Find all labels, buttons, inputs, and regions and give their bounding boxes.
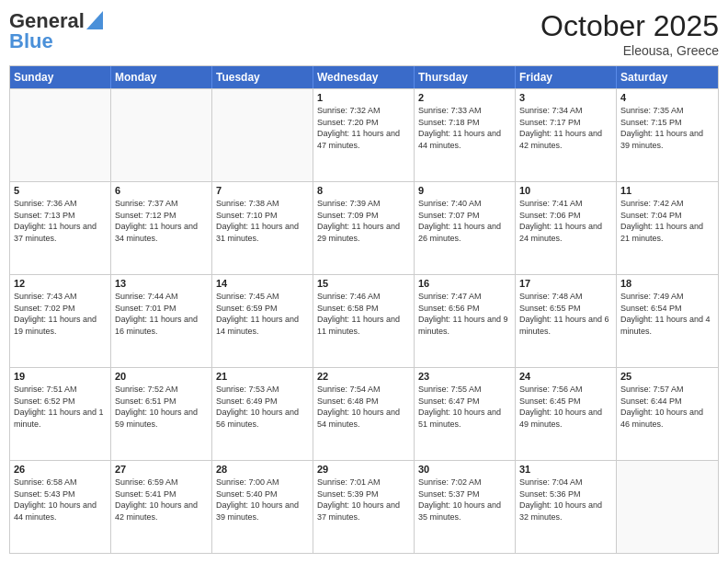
day-cell-18: 18Sunrise: 7:49 AM Sunset: 6:54 PM Dayli…	[617, 275, 718, 367]
day-info: Sunrise: 7:53 AM Sunset: 6:49 PM Dayligh…	[216, 384, 309, 430]
day-number: 21	[216, 371, 309, 382]
day-cell-25: 25Sunrise: 7:57 AM Sunset: 6:44 PM Dayli…	[617, 368, 718, 460]
day-cell-9: 9Sunrise: 7:40 AM Sunset: 7:07 PM Daylig…	[415, 182, 516, 274]
logo-blue: Blue	[9, 29, 53, 53]
day-number: 23	[418, 371, 511, 382]
day-number: 11	[620, 185, 714, 196]
day-cell-6: 6Sunrise: 7:37 AM Sunset: 7:12 PM Daylig…	[111, 182, 212, 274]
day-info: Sunrise: 7:57 AM Sunset: 6:44 PM Dayligh…	[620, 384, 714, 430]
day-number: 18	[620, 278, 714, 289]
day-cell-30: 30Sunrise: 7:02 AM Sunset: 5:37 PM Dayli…	[415, 461, 516, 553]
day-number: 19	[14, 371, 107, 382]
day-number: 12	[14, 278, 107, 289]
day-number: 3	[519, 92, 612, 103]
day-cell-17: 17Sunrise: 7:48 AM Sunset: 6:55 PM Dayli…	[516, 275, 617, 367]
week-row-3: 12Sunrise: 7:43 AM Sunset: 7:02 PM Dayli…	[10, 274, 718, 367]
day-info: Sunrise: 7:41 AM Sunset: 7:06 PM Dayligh…	[519, 198, 612, 244]
day-info: Sunrise: 7:32 AM Sunset: 7:20 PM Dayligh…	[317, 105, 410, 151]
header-day-wednesday: Wednesday	[313, 66, 415, 88]
day-number: 2	[418, 92, 511, 103]
day-info: Sunrise: 7:34 AM Sunset: 7:17 PM Dayligh…	[519, 105, 612, 151]
month-title: October 2025	[540, 9, 719, 43]
day-number: 8	[317, 185, 410, 196]
day-cell-26: 26Sunrise: 6:58 AM Sunset: 5:43 PM Dayli…	[10, 461, 111, 553]
day-info: Sunrise: 7:02 AM Sunset: 5:37 PM Dayligh…	[418, 477, 511, 523]
day-number: 26	[14, 464, 107, 475]
day-info: Sunrise: 7:48 AM Sunset: 6:55 PM Dayligh…	[519, 291, 612, 337]
logo: General Blue	[9, 9, 103, 53]
day-number: 9	[418, 185, 511, 196]
day-number: 6	[115, 185, 208, 196]
day-cell-13: 13Sunrise: 7:44 AM Sunset: 7:01 PM Dayli…	[111, 275, 212, 367]
day-info: Sunrise: 7:49 AM Sunset: 6:54 PM Dayligh…	[620, 291, 714, 337]
day-info: Sunrise: 7:55 AM Sunset: 6:47 PM Dayligh…	[418, 384, 511, 430]
day-cell-15: 15Sunrise: 7:46 AM Sunset: 6:58 PM Dayli…	[313, 275, 415, 367]
day-number: 28	[216, 464, 309, 475]
day-number: 29	[317, 464, 410, 475]
day-number: 1	[317, 92, 410, 103]
day-info: Sunrise: 7:56 AM Sunset: 6:45 PM Dayligh…	[519, 384, 612, 430]
day-info: Sunrise: 7:35 AM Sunset: 7:15 PM Dayligh…	[620, 105, 714, 151]
day-cell-empty	[212, 89, 313, 181]
day-cell-empty	[111, 89, 212, 181]
day-number: 22	[317, 371, 410, 382]
day-info: Sunrise: 7:36 AM Sunset: 7:13 PM Dayligh…	[14, 198, 107, 244]
day-info: Sunrise: 7:44 AM Sunset: 7:01 PM Dayligh…	[115, 291, 208, 337]
week-row-5: 26Sunrise: 6:58 AM Sunset: 5:43 PM Dayli…	[10, 460, 718, 553]
day-info: Sunrise: 7:47 AM Sunset: 6:56 PM Dayligh…	[418, 291, 511, 337]
day-number: 20	[115, 371, 208, 382]
day-number: 7	[216, 185, 309, 196]
day-info: Sunrise: 7:43 AM Sunset: 7:02 PM Dayligh…	[14, 291, 107, 337]
day-number: 14	[216, 278, 309, 289]
day-cell-8: 8Sunrise: 7:39 AM Sunset: 7:09 PM Daylig…	[313, 182, 415, 274]
week-row-2: 5Sunrise: 7:36 AM Sunset: 7:13 PM Daylig…	[10, 181, 718, 274]
header-day-saturday: Saturday	[617, 66, 718, 88]
day-cell-empty	[10, 89, 111, 181]
day-cell-22: 22Sunrise: 7:54 AM Sunset: 6:48 PM Dayli…	[313, 368, 415, 460]
day-info: Sunrise: 7:33 AM Sunset: 7:18 PM Dayligh…	[418, 105, 511, 151]
day-info: Sunrise: 7:37 AM Sunset: 7:12 PM Dayligh…	[115, 198, 208, 244]
day-cell-12: 12Sunrise: 7:43 AM Sunset: 7:02 PM Dayli…	[10, 275, 111, 367]
day-number: 31	[519, 464, 612, 475]
day-info: Sunrise: 7:51 AM Sunset: 6:52 PM Dayligh…	[14, 384, 107, 430]
day-cell-14: 14Sunrise: 7:45 AM Sunset: 6:59 PM Dayli…	[212, 275, 313, 367]
day-info: Sunrise: 7:38 AM Sunset: 7:10 PM Dayligh…	[216, 198, 309, 244]
day-number: 13	[115, 278, 208, 289]
day-cell-20: 20Sunrise: 7:52 AM Sunset: 6:51 PM Dayli…	[111, 368, 212, 460]
day-cell-empty	[617, 461, 718, 553]
day-info: Sunrise: 7:01 AM Sunset: 5:39 PM Dayligh…	[317, 477, 410, 523]
day-cell-24: 24Sunrise: 7:56 AM Sunset: 6:45 PM Dayli…	[516, 368, 617, 460]
calendar-page: General Blue October 2025 Eleousa, Greec…	[0, 0, 728, 563]
day-number: 4	[620, 92, 714, 103]
day-info: Sunrise: 7:45 AM Sunset: 6:59 PM Dayligh…	[216, 291, 309, 337]
page-header: General Blue October 2025 Eleousa, Greec…	[9, 9, 719, 58]
day-number: 10	[519, 185, 612, 196]
day-info: Sunrise: 7:00 AM Sunset: 5:40 PM Dayligh…	[216, 477, 309, 523]
day-cell-4: 4Sunrise: 7:35 AM Sunset: 7:15 PM Daylig…	[617, 89, 718, 181]
day-number: 27	[115, 464, 208, 475]
day-cell-7: 7Sunrise: 7:38 AM Sunset: 7:10 PM Daylig…	[212, 182, 313, 274]
day-cell-10: 10Sunrise: 7:41 AM Sunset: 7:06 PM Dayli…	[516, 182, 617, 274]
day-info: Sunrise: 6:58 AM Sunset: 5:43 PM Dayligh…	[14, 477, 107, 523]
day-info: Sunrise: 7:39 AM Sunset: 7:09 PM Dayligh…	[317, 198, 410, 244]
day-cell-31: 31Sunrise: 7:04 AM Sunset: 5:36 PM Dayli…	[516, 461, 617, 553]
day-number: 5	[14, 185, 107, 196]
calendar: SundayMondayTuesdayWednesdayThursdayFrid…	[9, 65, 719, 554]
day-cell-27: 27Sunrise: 6:59 AM Sunset: 5:41 PM Dayli…	[111, 461, 212, 553]
day-cell-19: 19Sunrise: 7:51 AM Sunset: 6:52 PM Dayli…	[10, 368, 111, 460]
day-cell-21: 21Sunrise: 7:53 AM Sunset: 6:49 PM Dayli…	[212, 368, 313, 460]
day-info: Sunrise: 7:04 AM Sunset: 5:36 PM Dayligh…	[519, 477, 612, 523]
header-day-sunday: Sunday	[10, 66, 111, 88]
day-cell-2: 2Sunrise: 7:33 AM Sunset: 7:18 PM Daylig…	[415, 89, 516, 181]
day-cell-3: 3Sunrise: 7:34 AM Sunset: 7:17 PM Daylig…	[516, 89, 617, 181]
day-info: Sunrise: 7:46 AM Sunset: 6:58 PM Dayligh…	[317, 291, 410, 337]
day-cell-5: 5Sunrise: 7:36 AM Sunset: 7:13 PM Daylig…	[10, 182, 111, 274]
day-cell-29: 29Sunrise: 7:01 AM Sunset: 5:39 PM Dayli…	[313, 461, 415, 553]
day-info: Sunrise: 7:40 AM Sunset: 7:07 PM Dayligh…	[418, 198, 511, 244]
svg-marker-0	[86, 11, 103, 29]
week-row-4: 19Sunrise: 7:51 AM Sunset: 6:52 PM Dayli…	[10, 367, 718, 460]
calendar-header: SundayMondayTuesdayWednesdayThursdayFrid…	[10, 66, 718, 88]
day-number: 16	[418, 278, 511, 289]
title-block: October 2025 Eleousa, Greece	[540, 9, 719, 58]
header-day-friday: Friday	[516, 66, 617, 88]
